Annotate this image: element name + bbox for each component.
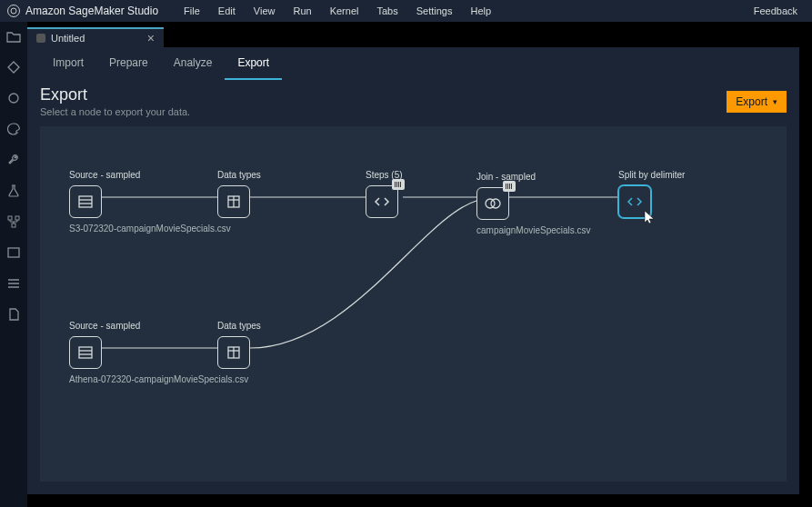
node-source-s3[interactable]: Source - sampled S3-072320-campaignMovie… bbox=[69, 170, 231, 234]
export-button[interactable]: Export ▾ bbox=[727, 91, 787, 113]
svg-point-0 bbox=[11, 8, 16, 14]
node-join[interactable]: Join - sampled campaignMovieSpecials.csv bbox=[476, 172, 591, 235]
svg-rect-4 bbox=[12, 224, 15, 227]
datatype-icon bbox=[217, 336, 250, 369]
app-title: Amazon SageMaker Studio bbox=[25, 5, 158, 17]
datatype-icon bbox=[217, 185, 250, 218]
window-icon[interactable] bbox=[6, 245, 21, 260]
export-button-label: Export bbox=[736, 95, 767, 108]
menu-view[interactable]: View bbox=[246, 4, 283, 18]
node-label: Data types bbox=[217, 321, 261, 331]
node-split-delimiter[interactable]: Split by delimiter bbox=[618, 170, 685, 218]
list-icon[interactable] bbox=[6, 276, 21, 291]
tab-export[interactable]: Export bbox=[225, 47, 282, 80]
page-subtitle: Select a node to export your data. bbox=[40, 106, 190, 117]
node-label: Source - sampled bbox=[69, 170, 140, 180]
svg-point-17 bbox=[486, 199, 495, 208]
flow-file-icon bbox=[36, 34, 45, 43]
node-sublabel: Athena-072320-campaignMovieSpecials.csv bbox=[69, 374, 248, 384]
tab-analyze[interactable]: Analyze bbox=[161, 47, 226, 80]
palette-icon[interactable] bbox=[6, 122, 21, 136]
node-sublabel: campaignMovieSpecials.csv bbox=[476, 225, 591, 235]
nodes-icon[interactable] bbox=[6, 214, 21, 229]
join-icon bbox=[476, 187, 509, 220]
tab-untitled[interactable]: Untitled × bbox=[27, 27, 164, 47]
node-data-types-1[interactable]: Data types bbox=[217, 170, 261, 218]
feedback-link[interactable]: Feedback bbox=[747, 4, 805, 18]
activity-bar bbox=[0, 22, 27, 507]
node-sublabel: S3-072320-campaignMovieSpecials.csv bbox=[69, 224, 231, 234]
svg-rect-3 bbox=[15, 216, 19, 220]
node-label: Data types bbox=[217, 170, 261, 180]
node-label: Split by delimiter bbox=[618, 170, 685, 180]
brand: Amazon SageMaker Studio bbox=[7, 5, 158, 17]
chart-badge-icon bbox=[503, 181, 516, 192]
page-title: Export bbox=[40, 85, 190, 104]
flask-icon[interactable] bbox=[6, 184, 21, 198]
close-icon[interactable]: × bbox=[147, 34, 155, 43]
svg-rect-2 bbox=[8, 216, 12, 220]
sagemaker-logo-icon bbox=[7, 5, 20, 17]
flow-tabs: Import Prepare Analyze Export bbox=[27, 47, 799, 80]
tab-title: Untitled bbox=[51, 33, 85, 44]
svg-rect-5 bbox=[8, 248, 19, 257]
menu-tabs[interactable]: Tabs bbox=[369, 4, 405, 18]
chart-badge-icon bbox=[392, 179, 405, 190]
diamond-icon[interactable] bbox=[6, 60, 21, 75]
wrench-icon[interactable] bbox=[6, 153, 21, 167]
menubar: Amazon SageMaker Studio File Edit View R… bbox=[0, 0, 812, 22]
tab-import[interactable]: Import bbox=[40, 47, 96, 80]
flow-canvas[interactable]: Source - sampled S3-072320-campaignMovie… bbox=[40, 126, 787, 482]
tabbar: Untitled × bbox=[27, 25, 799, 47]
svg-point-18 bbox=[491, 199, 500, 208]
source-icon bbox=[69, 185, 102, 218]
code-icon bbox=[366, 185, 398, 218]
menu-file[interactable]: File bbox=[176, 4, 207, 18]
menu-edit[interactable]: Edit bbox=[211, 4, 243, 18]
menu-settings[interactable]: Settings bbox=[409, 4, 460, 18]
svg-rect-19 bbox=[79, 347, 92, 358]
document-icon[interactable] bbox=[6, 307, 21, 322]
svg-point-1 bbox=[9, 94, 18, 103]
chevron-down-icon: ▾ bbox=[773, 97, 777, 106]
menu-run[interactable]: Run bbox=[286, 4, 318, 18]
node-data-types-2[interactable]: Data types bbox=[217, 321, 261, 369]
tab-prepare[interactable]: Prepare bbox=[96, 47, 161, 80]
folder-icon[interactable] bbox=[6, 29, 21, 44]
svg-rect-11 bbox=[79, 196, 92, 207]
code-icon bbox=[618, 185, 651, 218]
menu-kernel[interactable]: Kernel bbox=[323, 4, 366, 18]
menu-help[interactable]: Help bbox=[463, 4, 498, 18]
node-label: Source - sampled bbox=[69, 321, 140, 331]
circle-icon[interactable] bbox=[6, 91, 21, 105]
node-steps[interactable]: Steps (5) bbox=[366, 170, 403, 218]
source-icon bbox=[69, 336, 102, 369]
